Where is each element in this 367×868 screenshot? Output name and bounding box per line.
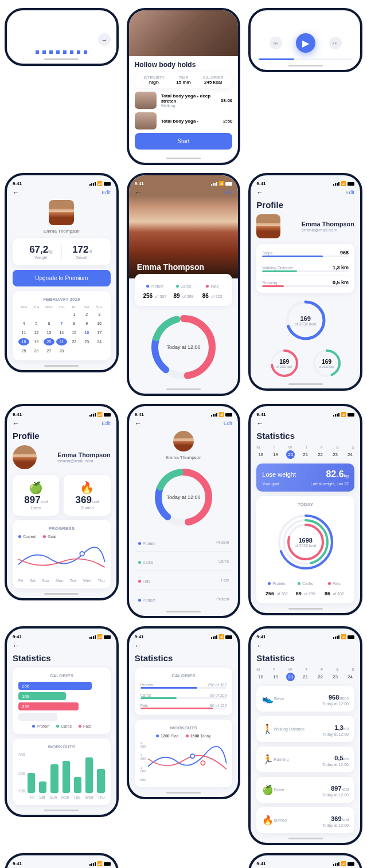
workout-item[interactable]: Total body yoga - deep stretchWalking 03… [135, 92, 233, 109]
macro-ring: Today at 12:00 [149, 313, 218, 382]
avatar[interactable] [173, 431, 194, 451]
back-button[interactable] [135, 419, 142, 427]
stat-row-burned[interactable]: 🔥Burned369kcalToday at 12:00 [256, 807, 354, 833]
screen-profile-metrics-2: 9:41📶 Profile Emma Thompsonemma@mail.com… [248, 853, 362, 868]
stat-row-steps[interactable]: 👟Steps968stepsToday at 12:00 [256, 686, 354, 712]
flame-icon: 🔥 [69, 481, 104, 494]
screen-stats-bars: 9:41📶 Statistics CALORIES 256 169 235 Pr… [5, 626, 119, 817]
page-title: Statistics [135, 653, 233, 663]
apple-icon: 🍏 [262, 784, 274, 795]
workout-hero [129, 10, 239, 56]
avatar[interactable] [49, 200, 74, 225]
back-button[interactable] [13, 642, 19, 650]
user-name: Emma Thompson [137, 262, 204, 272]
screen-stats-lines: 9:41📶 Statistics CALORIES Protein256 of … [127, 626, 241, 799]
workout-chart [148, 741, 227, 781]
page-title: Statistics [256, 431, 354, 441]
month-label: FEBRUARY 2019 [18, 297, 105, 302]
calorie-ring: 169of 2032 kcal [283, 297, 329, 343]
screen-stats-total: 9:41📶 Statistics MTWTFSS 18192021222324 … [5, 853, 119, 868]
screen-player: ⏮ ▶ ⏭ [248, 8, 362, 72]
week-selector[interactable]: 18192021222324 [256, 673, 354, 681]
screen-profile-macro-list: 9:41📶 Edit Emma Thompson Today at 12:00 … [127, 404, 241, 618]
svg-point-21 [190, 754, 194, 758]
page-title: Profile [256, 200, 354, 210]
svg-point-22 [201, 761, 205, 765]
back-button[interactable] [13, 188, 19, 197]
start-button[interactable]: Start [135, 133, 233, 150]
back-button[interactable] [135, 642, 142, 650]
stat-row-walk[interactable]: 🚶Walking Distance1,3kmToday at 12:00 [256, 716, 354, 742]
progress-bar[interactable] [259, 58, 352, 60]
play-button[interactable]: ▶ [296, 33, 315, 53]
avatar[interactable] [256, 214, 280, 238]
screen-profile-photo-macros: 9:41📶 Edit Emma Thompson Protein256 of 3… [127, 173, 241, 396]
screen-slider-bottom: → [5, 8, 119, 66]
user-name: Emma Thompson [13, 229, 111, 234]
apple-icon: 🍏 [18, 481, 53, 494]
workout-title: Hollow body holds [135, 61, 233, 69]
edit-button[interactable]: Edit [345, 190, 354, 195]
screen-profile-progress: 9:41📶 Edit Profile Emma Thompsonemma@mai… [5, 404, 119, 600]
edit-button[interactable]: Edit [101, 421, 111, 426]
screen-workout-detail: Hollow body holds INTENSITYhigh TIME15 m… [127, 8, 241, 165]
upgrade-button[interactable]: Upgrade to Premium [13, 270, 111, 286]
fats-bar: 235 [18, 702, 79, 710]
flame-icon: 🔥 [262, 815, 274, 826]
progress-chart [18, 542, 105, 576]
carbs-bar: 169 [18, 692, 66, 700]
calendar[interactable]: MonTueWedThuFriSatSun 123 45678910 11121… [18, 305, 105, 355]
edit-button[interactable]: Edit [224, 421, 233, 426]
screen-stats-loseweight: 9:41📶 Statistics MTWTFSS 18192021222324 … [248, 404, 362, 615]
back-button[interactable] [256, 188, 263, 197]
workout-item[interactable]: Total body yoga - 2:50 [135, 112, 233, 129]
back-button[interactable] [13, 419, 19, 427]
screen-stats-list: 9:41📶 Statistics MTWTFSS 18192021222324 … [248, 626, 362, 845]
walking-icon: 🚶 [262, 724, 274, 735]
edit-button[interactable]: Edit [224, 190, 233, 195]
back-button[interactable] [256, 642, 263, 650]
protein-bar: 256 [18, 682, 92, 690]
back-button[interactable] [256, 419, 263, 427]
today-ring: 1698of 2032 kcal [274, 510, 337, 574]
macro-ring: Today at 12:00 [152, 466, 215, 529]
back-button[interactable] [135, 188, 142, 197]
page-title: Statistics [256, 653, 354, 663]
week-selector[interactable]: 18192021222324 [256, 450, 354, 459]
running-icon: 🏃 [262, 754, 274, 765]
prev-button[interactable]: ⏮ [270, 37, 282, 49]
shoe-icon: 👟 [262, 693, 274, 704]
next-button[interactable]: ⏭ [329, 37, 342, 49]
stat-row-run[interactable]: 🏃Running0,5kmToday at 12:00 [256, 747, 354, 772]
stat-row-eaten[interactable]: 🍏Eaten897kcalToday at 12:00 [256, 777, 354, 803]
screen-profile-calendar: 9:41📶 Edit Emma Thompson 67,2kgWeight 17… [5, 173, 119, 372]
next-button[interactable]: → [98, 33, 111, 46]
avatar[interactable] [13, 445, 37, 469]
lose-weight-card[interactable]: Lose weight82.6kg Your goalLatest weight… [256, 464, 354, 492]
edit-button[interactable]: Edit [101, 190, 111, 195]
page-title: Profile [13, 431, 111, 441]
page-title: Statistics [13, 653, 111, 663]
svg-point-10 [80, 552, 84, 556]
screen-profile-metrics: 9:41📶 Edit Profile Emma Thompsonemma@mai… [248, 173, 362, 391]
